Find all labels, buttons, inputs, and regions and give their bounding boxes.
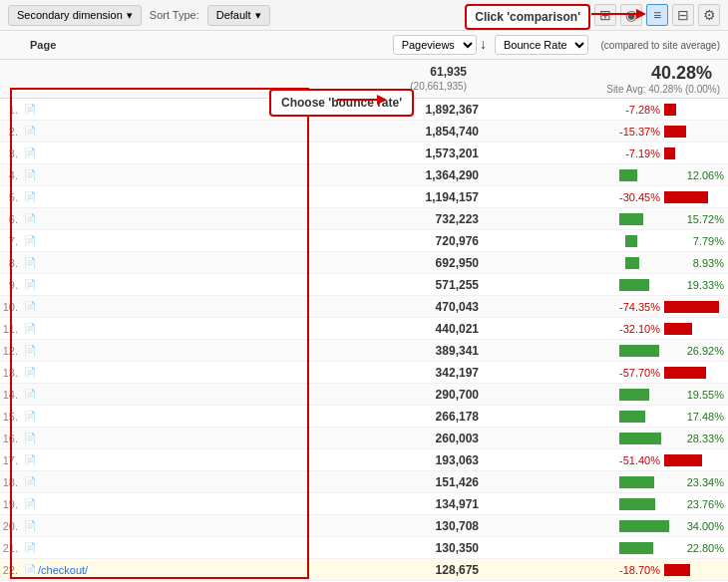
pageviews-column-header: Pageviews ↓ (307, 35, 487, 55)
row-number: 17. (0, 454, 22, 466)
comparison-arrow (591, 6, 646, 22)
table-row: 17.📄193,063-51.40% (0, 449, 728, 471)
bounce-value: 12.06% (683, 169, 724, 181)
table-row: 11.📄440,021-32.10% (0, 318, 728, 340)
table-row: 3.📄1,573,201-7.19% (0, 143, 728, 164)
bounce-value: -18.70% (619, 564, 660, 576)
bounce-value: 7.79% (689, 235, 724, 247)
chevron-down-icon-sort: ▾ (255, 9, 261, 22)
row-number: 8. (0, 257, 22, 269)
sort-default-label: Default (216, 9, 251, 21)
bounce-value: -32.10% (619, 323, 660, 335)
pageviews-select[interactable]: Pageviews (393, 35, 477, 55)
bounce-value: 22.80% (683, 542, 724, 554)
row-pageviews: 692,950 (307, 256, 487, 270)
row-pageviews: 151,426 (307, 475, 487, 489)
row-page-icon: 📄 (22, 498, 38, 509)
row-number: 15. (0, 411, 22, 423)
row-page-icon: 📄 (22, 454, 38, 465)
row-pageviews: 128,675 (307, 563, 487, 577)
bounce-value: 23.34% (683, 476, 724, 488)
row-number: 12. (0, 345, 22, 357)
toolbar: Secondary dimension ▾ Sort Type: Default… (0, 0, 728, 31)
table-row: 18.📄151,42623.34% (0, 471, 728, 493)
bounce-select[interactable]: Bounce Rate (495, 35, 588, 55)
row-page-icon: 📄 (22, 433, 38, 443)
bounce-column-header: Bounce Rate (487, 35, 598, 55)
sort-default-button[interactable]: Default ▾ (207, 5, 270, 26)
table-row: 5.📄1,194,157-30.45% (0, 186, 728, 208)
row-bounce: 12.06% (487, 168, 728, 182)
secondary-dim-label: Secondary dimension (17, 9, 123, 21)
row-number: 6. (0, 213, 22, 225)
row-number: 5. (0, 191, 22, 203)
bounce-value: 28.33% (683, 433, 724, 444)
table-row: 19.📄134,97123.76% (0, 493, 728, 515)
table-header: Page Pageviews ↓ Bounce Rate (compared t… (0, 31, 728, 60)
row-pageviews: 290,700 (307, 388, 487, 402)
row-number: 9. (0, 279, 22, 291)
row-pageviews: 1,854,740 (307, 125, 487, 139)
row-bounce: 26.92% (487, 344, 728, 358)
row-bounce: 8.93% (487, 256, 728, 270)
row-bounce: -7.19% (487, 146, 728, 160)
secondary-dimension-button[interactable]: Secondary dimension ▾ (8, 5, 142, 26)
table-row: 4.📄1,364,29012.06% (0, 164, 728, 186)
row-page-icon: 📄 (22, 257, 38, 268)
row-page-icon: 📄 (22, 191, 38, 202)
row-bounce: 7.79% (487, 234, 728, 248)
row-bounce: 23.34% (487, 475, 728, 489)
compared-column-header: (compared to site average) (598, 40, 728, 51)
table-row: 7.📄720,9767.79% (0, 230, 728, 252)
table-row: 21.📄130,35022.80% (0, 537, 728, 559)
row-bounce: 15.72% (487, 212, 728, 226)
total-bounce: 40.28% Site Avg: 40.28% (0.00%) (487, 63, 728, 95)
row-number: 22. (0, 564, 22, 576)
svg-marker-1 (636, 9, 646, 19)
row-page-icon: 📄 (22, 542, 38, 553)
row-number: 21. (0, 542, 22, 554)
row-number: 14. (0, 389, 22, 401)
row-pageviews: 266,178 (307, 410, 487, 424)
row-page-name[interactable]: /checkout/ (38, 564, 307, 576)
row-number: 11. (0, 323, 22, 335)
row-pageviews: 193,063 (307, 453, 487, 467)
pivot-view-icon[interactable]: ⊟ (672, 4, 694, 26)
settings-icon[interactable]: ⚙ (698, 4, 720, 26)
row-bounce: -18.70% (487, 563, 728, 577)
bounce-value: 34.00% (683, 520, 724, 532)
table-row: 9.📄571,25519.33% (0, 274, 728, 296)
row-number: 4. (0, 169, 22, 181)
row-pageviews: 130,708 (307, 519, 487, 533)
row-page-icon: 📄 (22, 169, 38, 180)
row-number: 19. (0, 498, 22, 510)
table-row: 15.📄266,17817.48% (0, 406, 728, 428)
table-row: 22.📄/checkout/128,675-18.70% (0, 559, 728, 581)
bounce-value: -7.19% (625, 147, 660, 159)
row-page-icon: 📄 (22, 301, 38, 312)
row-pageviews: 470,043 (307, 300, 487, 314)
bar-view-icon[interactable]: ≡ (646, 4, 668, 26)
bounce-value: 17.48% (683, 411, 724, 423)
row-number: 10. (0, 301, 22, 313)
row-bounce: -57.70% (487, 366, 728, 380)
row-number: 16. (0, 433, 22, 444)
svg-marker-3 (377, 95, 387, 105)
table-row: 10.📄470,043-74.35% (0, 296, 728, 318)
bounce-arrow (337, 93, 387, 107)
row-number: 7. (0, 235, 22, 247)
row-page-icon: 📄 (22, 213, 38, 224)
row-number: 2. (0, 126, 22, 138)
row-pageviews: 732,223 (307, 212, 487, 226)
bounce-value: -15.37% (619, 126, 660, 138)
row-page-icon: 📄 (22, 411, 38, 422)
row-page-icon: 📄 (22, 323, 38, 334)
row-page-icon: 📄 (22, 389, 38, 400)
row-pageviews: 720,976 (307, 234, 487, 248)
row-bounce: 34.00% (487, 519, 728, 533)
row-number: 18. (0, 476, 22, 488)
table-row: 16.📄260,00328.33% (0, 428, 728, 449)
row-page-icon: 📄 (22, 147, 38, 158)
row-page-icon: 📄 (22, 520, 38, 531)
sort-arrow-icon[interactable]: ↓ (480, 36, 487, 52)
